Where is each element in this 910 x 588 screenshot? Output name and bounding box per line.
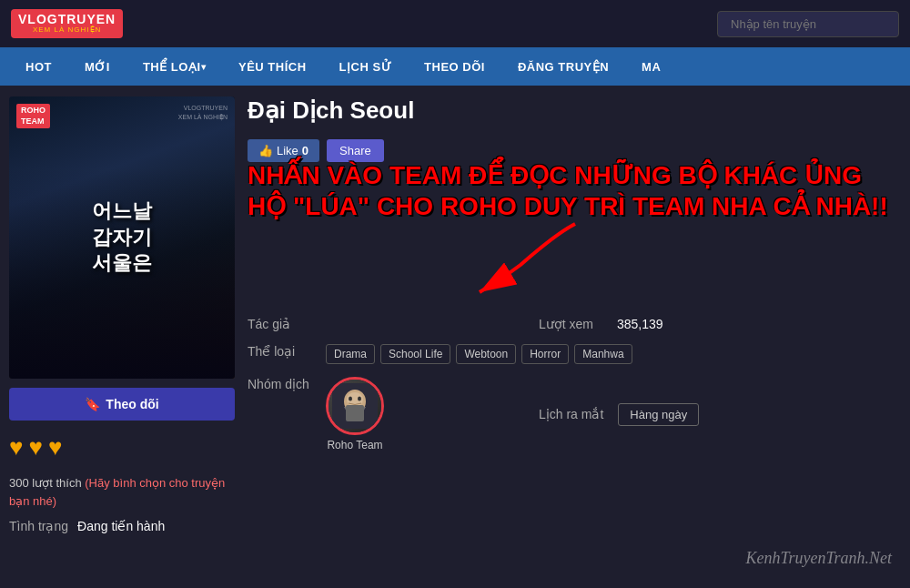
manga-cover: 어느날갑자기서울은 ROHO TEAM VLOGTRUYEN XEM LÀ NG… [9,96,235,379]
nav-item-yeuthich[interactable]: YÊU THÍCH [222,47,323,86]
nav-item-hot[interactable]: HOT [9,47,68,86]
genre-manhwa[interactable]: Manhwa [574,344,632,364]
hang-ngay-button[interactable]: Hàng ngày [618,403,699,426]
theloai-row: Thể loại Drama School Life Webtoon Horro… [248,344,901,364]
info-nhomdich: Nhóm dịch [248,377,521,451]
like-count: 0 [302,144,308,157]
action-buttons: 👍 Like 0 Share [248,139,901,162]
nav-item-ma[interactable]: MA [625,47,677,86]
status-value: Đang tiến hành [77,519,165,533]
svg-rect-3 [346,405,364,421]
svg-point-5 [358,397,361,401]
the-loai-label: Thể loại [248,344,311,359]
status-label: Tình trạng [9,519,68,533]
star-2: ♥ [28,433,42,461]
star-1: ♥ [9,433,23,461]
overlay-promo-text: NHẤN VÀO TEAM ĐỂ ĐỌC NHỮNG BỘ KHÁC ỦNG H… [248,160,901,221]
likes-row: 300 lượt thích (Hãy bình chọn cho truyện… [9,474,235,510]
info-row-1: Tác giả Lượt xem 385,139 [248,317,901,331]
roho-badge: ROHO TEAM [16,104,50,128]
manga-title: Đại Dịch Seoul [248,96,901,130]
logo-area: VLOGTRUYEN XEM LÀ NGHIỆN [11,9,123,38]
left-sidebar: 어느날갑자기서울은 ROHO TEAM VLOGTRUYEN XEM LÀ NG… [9,96,235,577]
genre-schoollife[interactable]: School Life [380,344,450,364]
main-content: 어느날갑자기서울은 ROHO TEAM VLOGTRUYEN XEM LÀ NG… [0,86,910,588]
bookmark-icon: 🔖 [85,397,100,411]
logo-box[interactable]: VLOGTRUYEN XEM LÀ NGHIỆN [11,9,123,38]
luot-xem-label: Lượt xem [539,317,602,331]
info-row-3: Nhóm dịch [248,377,901,451]
nav-item-theodoi[interactable]: THEO DÕI [408,47,501,86]
genre-webtoon[interactable]: Webtoon [456,344,516,364]
logo-bottom: XEM LÀ NGHIỆN [33,26,101,35]
info-section: Tác giả Lượt xem 385,139 Thể loại Drama … [248,317,901,451]
nav-item-moi[interactable]: MỚI [68,47,126,86]
right-content: Đại Dịch Seoul 👍 Like 0 Share NHẤN VÀO T… [248,96,901,577]
info-row-2: Thể loại Drama School Life Webtoon Horro… [248,344,901,364]
header: VLOGTRUYEN XEM LÀ NGHIỆN [0,0,910,47]
cover-korean-text: 어느날갑자기서울은 [92,198,152,277]
thumbs-up-icon: 👍 [258,144,273,157]
team-avatar-wrapper[interactable]: Roho Team [326,377,384,451]
share-button[interactable]: Share [327,139,384,162]
info-tacgia: Tác giả [248,317,521,331]
nhom-dich-label: Nhóm dịch [248,377,311,391]
team-avatar-inner [329,380,381,432]
like-label: Like [277,144,298,157]
avatar-svg [332,383,378,429]
info-lichrmat: Lịch ra mắt Hàng ngày [539,377,901,451]
follow-button[interactable]: 🔖 Theo dõi [9,388,235,421]
lich-ra-mat-label: Lịch ra mắt [539,407,603,421]
likes-count: 300 [9,476,29,490]
luot-xem-value: 385,139 [617,317,663,331]
genre-tags: Drama School Life Webtoon Horror Manhwa [326,344,632,364]
info-luotxem: Lượt xem 385,139 [539,317,901,331]
nav-bar: HOT MỚI THỂ LOẠI YÊU THÍCH LỊCH SỬ THEO … [0,47,910,86]
nav-item-theloai[interactable]: THỂ LOẠI [126,47,222,86]
red-arrow-svg [448,215,593,306]
team-avatar-circle [326,377,384,435]
bottom-watermark: KenhTruyenTranh.Net [745,549,892,568]
stars-row: ♥ ♥ ♥ [9,430,235,465]
tac-gia-label: Tác giả [248,317,311,331]
nav-item-dangtruyen[interactable]: ĐĂNG TRUYỆN [501,47,625,86]
genre-drama[interactable]: Drama [326,344,375,364]
star-3: ♥ [48,433,62,461]
share-label: Share [339,144,371,157]
cover-image: 어느날갑자기서울은 ROHO TEAM VLOGTRUYEN XEM LÀ NG… [9,96,235,379]
genre-horror[interactable]: Horror [521,344,569,364]
like-button[interactable]: 👍 Like 0 [248,139,319,162]
svg-point-4 [349,397,352,401]
search-input[interactable] [717,11,899,37]
likes-text: lượt thích [32,476,81,490]
status-row: Tình trạng Đang tiến hành [9,519,235,533]
nav-item-lichsu[interactable]: LỊCH SỬ [323,47,409,86]
team-name: Roho Team [327,439,382,451]
logo-top: VLOGTRUYEN [18,13,116,26]
nhom-dich-area: Roho Team [326,377,384,451]
cover-watermark: VLOGTRUYEN XEM LÀ NGHIỆN [178,104,228,122]
